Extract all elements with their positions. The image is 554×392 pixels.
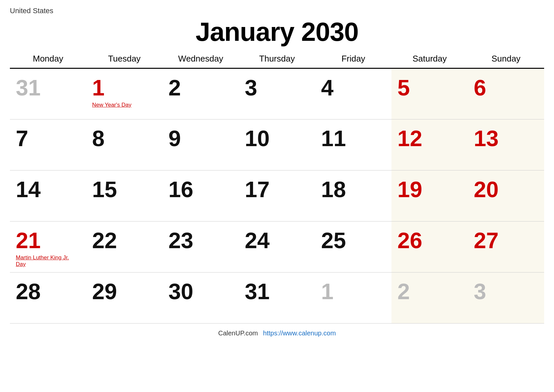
week-row-4: 21Martin Luther King Jr. Day222324252627 [10,222,544,273]
day-number: 27 [474,228,499,253]
day-number: 23 [168,228,193,253]
calendar-cell: 11 [315,119,391,170]
calendar-cell: 18 [315,170,391,222]
calendar-cell: 22 [86,222,163,273]
footer-url[interactable]: https://www.calenup.com [263,329,336,337]
day-header-tuesday: Tuesday [86,50,163,68]
day-number: 3 [245,75,257,100]
calendar-cell: 2 [163,68,239,119]
calendar-cell: 26 [391,222,468,273]
day-number: 2 [168,75,181,100]
calendar-cell: 29 [86,273,163,324]
week-row-2: 78910111213 [10,119,544,170]
week-row-3: 14151617181920 [10,170,544,222]
calendar-cell: 1New Year's Day [86,68,163,119]
day-headers: MondayTuesdayWednesdayThursdayFridaySatu… [10,50,544,68]
calendar-cell: 3 [239,68,315,119]
day-header-sunday: Sunday [468,50,544,68]
day-number: 15 [92,177,117,202]
calendar-cell: 27 [468,222,544,273]
footer: CalenUP.com https://www.calenup.com [10,329,544,337]
day-number: 31 [16,75,41,100]
day-header-saturday: Saturday [391,50,468,68]
day-number: 25 [321,228,346,253]
day-number: 17 [245,177,270,202]
day-number: 6 [474,75,486,100]
day-number: 20 [474,177,499,202]
calendar-cell: 7 [10,119,86,170]
calendar-cell: 15 [86,170,163,222]
day-number: 16 [168,177,193,202]
calendar-cell: 2 [391,273,468,324]
calendar-cell: 16 [163,170,239,222]
day-number: 7 [16,126,28,151]
calendar-cell: 20 [468,170,544,222]
holiday-label: New Year's Day [92,102,157,108]
calendar-cell: 6 [468,68,544,119]
month-title: January 2030 [10,17,544,47]
day-number: 14 [16,177,41,202]
calendar-cell: 10 [239,119,315,170]
day-number: 31 [245,279,270,304]
day-header-monday: Monday [10,50,86,68]
day-number: 12 [397,126,422,151]
day-number: 5 [397,75,410,100]
day-number: 11 [321,126,346,151]
calendar-cell: 1 [315,273,391,324]
country-label: United States [10,7,544,15]
day-number: 22 [92,228,117,253]
calendar-table: MondayTuesdayWednesdayThursdayFridaySatu… [10,50,544,324]
day-number: 9 [168,126,181,151]
day-number: 24 [245,228,270,253]
calendar-cell: 14 [10,170,86,222]
day-number: 26 [397,228,422,253]
day-number: 28 [16,279,41,304]
day-number: 3 [474,279,486,304]
calendar-cell: 8 [86,119,163,170]
calendar-cell: 13 [468,119,544,170]
footer-site-name: CalenUP.com [218,329,258,337]
day-header-thursday: Thursday [239,50,315,68]
day-number: 1 [92,75,105,100]
calendar-cell: 12 [391,119,468,170]
calendar-cell: 31 [239,273,315,324]
day-number: 13 [474,126,499,151]
calendar-cell: 30 [163,273,239,324]
day-header-wednesday: Wednesday [163,50,239,68]
calendar-cell: 9 [163,119,239,170]
calendar-cell: 31 [10,68,86,119]
day-number: 18 [321,177,346,202]
calendar-cell: 21Martin Luther King Jr. Day [10,222,86,273]
day-number: 21 [16,228,41,253]
day-header-friday: Friday [315,50,391,68]
calendar-cell: 28 [10,273,86,324]
day-number: 30 [168,279,193,304]
calendar-cell: 3 [468,273,544,324]
calendar-cell: 24 [239,222,315,273]
week-row-1: 311New Year's Day23456 [10,68,544,119]
day-number: 4 [321,75,334,100]
day-number: 8 [92,126,105,151]
day-number: 10 [245,126,270,151]
calendar-cell: 4 [315,68,391,119]
holiday-label: Martin Luther King Jr. Day [16,254,80,268]
day-number: 2 [397,279,410,304]
calendar-cell: 23 [163,222,239,273]
day-number: 19 [397,177,422,202]
calendar-cell: 25 [315,222,391,273]
week-row-5: 28293031123 [10,273,544,324]
calendar-cell: 17 [239,170,315,222]
calendar-cell: 5 [391,68,468,119]
day-number: 1 [321,279,334,304]
day-number: 29 [92,279,117,304]
calendar-cell: 19 [391,170,468,222]
